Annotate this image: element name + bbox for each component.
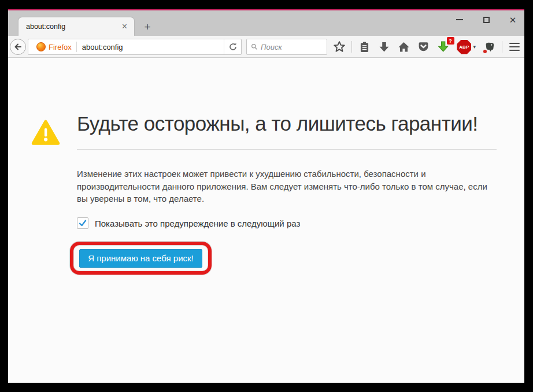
helper-question-badge: ? [447, 37, 454, 45]
checkbox-label[interactable]: Показывать это предупреждение в следующи… [95, 219, 300, 228]
download-arrow-icon [378, 41, 390, 53]
title-divider [77, 149, 497, 150]
tab-close-icon[interactable]: × [121, 22, 128, 31]
page-content: Будьте осторожны, а то лишитесь гарантии… [8, 58, 524, 383]
pocket-button[interactable] [416, 39, 431, 55]
menu-button[interactable] [507, 39, 522, 55]
home-button[interactable] [396, 39, 411, 55]
checkmark-icon [78, 219, 87, 228]
close-button[interactable]: ✕ [507, 14, 519, 25]
bookmark-star-button[interactable] [332, 39, 347, 55]
show-warning-checkbox-row: Показывать это предупреждение в следующи… [77, 217, 300, 229]
bookmarks-menu-button[interactable] [357, 39, 372, 55]
browser-window: ✕ about:config × + Firefox about:config [8, 9, 524, 383]
hamburger-icon [509, 43, 520, 45]
search-input[interactable] [261, 43, 323, 51]
web-clipper-button[interactable] [482, 39, 497, 55]
minimize-icon [456, 19, 463, 20]
toolbar-divider [502, 41, 502, 53]
reload-icon [228, 42, 238, 51]
maximize-icon [483, 17, 490, 23]
toolbar-icons: ? ABP ▾ [332, 36, 522, 58]
back-button[interactable] [10, 39, 26, 55]
clipper-red-dot [483, 50, 487, 53]
downloads-button[interactable] [376, 39, 391, 55]
page-title: Будьте осторожны, а то лишитесь гарантии… [77, 112, 505, 135]
show-warning-checkbox[interactable] [77, 217, 88, 229]
tab-about-config[interactable]: about:config × [18, 17, 134, 36]
adblock-plus-button[interactable]: ABP ▾ [456, 39, 478, 55]
minimize-button[interactable] [454, 14, 465, 25]
home-icon [398, 41, 410, 53]
pocket-icon [417, 41, 430, 53]
reload-button[interactable] [224, 39, 241, 54]
window-controls: ✕ [454, 13, 519, 27]
warning-triangle-icon [31, 119, 60, 147]
navigation-toolbar: Firefox about:config [8, 36, 524, 58]
abp-dropdown-caret-icon: ▾ [473, 44, 476, 50]
search-icon [251, 43, 258, 51]
site-identity-badge[interactable]: Firefox [36, 42, 76, 51]
site-identity-label: Firefox [49, 43, 72, 51]
maximize-button[interactable] [480, 14, 492, 25]
star-icon [333, 40, 346, 53]
tab-strip: ✕ about:config × + [8, 10, 524, 36]
red-highlight-annotation: Я принимаю на себя риск! [70, 242, 212, 275]
close-icon: ✕ [509, 16, 517, 24]
clipboard-icon [358, 41, 371, 53]
download-helper-button[interactable]: ? [436, 39, 451, 55]
toolbar-divider [351, 41, 352, 53]
search-box[interactable] [246, 39, 327, 55]
url-bar[interactable]: Firefox about:config [28, 39, 242, 55]
accept-risk-button[interactable]: Я принимаю на себя риск! [79, 249, 202, 268]
new-tab-button[interactable]: + [140, 20, 155, 35]
url-text: about:config [77, 43, 224, 51]
tab-title: about:config [26, 23, 121, 31]
warning-body-text: Изменение этих настроек может привести к… [77, 168, 500, 205]
firefox-icon [36, 42, 46, 51]
back-arrow-icon [13, 42, 23, 51]
abp-icon: ABP [457, 40, 471, 54]
